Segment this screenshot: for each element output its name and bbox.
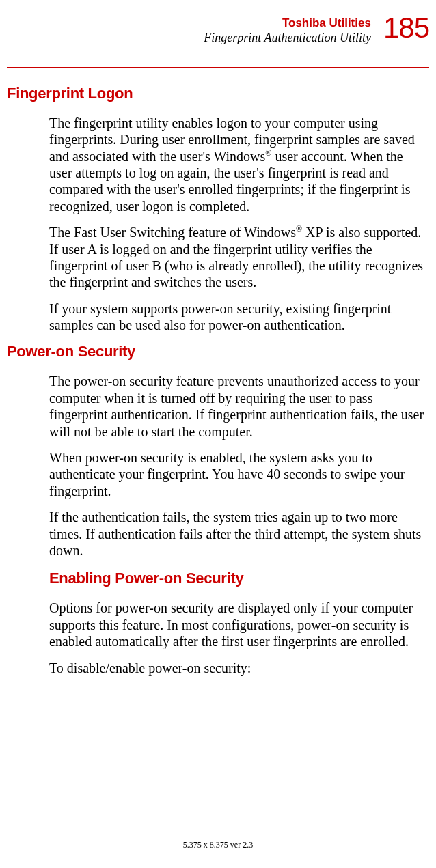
paragraph: To disable/enable power-on security:	[49, 660, 429, 676]
paragraph: If your system supports power-on securit…	[49, 300, 429, 334]
text-run: The Fast User Switching feature of Windo…	[49, 225, 296, 240]
heading-enabling-power-on-security: Enabling Power-on Security	[49, 570, 429, 587]
heading-fingerprint-logon: Fingerprint Logon	[7, 85, 429, 102]
body-fingerprint-logon: The fingerprint utility enables logon to…	[7, 115, 429, 334]
body-power-on-security: The power-on security feature prevents u…	[7, 373, 429, 675]
page-number: 185	[383, 14, 429, 42]
registered-mark: ®	[296, 224, 302, 234]
page-container: Toshiba Utilities Fingerprint Authentica…	[0, 0, 436, 676]
header-divider	[7, 67, 429, 68]
paragraph: The power-on security feature prevents u…	[49, 373, 429, 440]
paragraph: The Fast User Switching feature of Windo…	[49, 224, 429, 291]
document-subtitle: Fingerprint Authentication Utility	[204, 30, 371, 46]
paragraph: When power-on security is enabled, the s…	[49, 449, 429, 499]
document-title: Toshiba Utilities	[204, 16, 371, 30]
paragraph: If the authentication fails, the system …	[49, 509, 429, 559]
page-footer: 5.375 x 8.375 ver 2.3	[0, 840, 436, 850]
page-header: Toshiba Utilities Fingerprint Authentica…	[7, 14, 429, 46]
heading-power-on-security: Power-on Security	[7, 343, 429, 361]
header-text-block: Toshiba Utilities Fingerprint Authentica…	[204, 14, 371, 46]
paragraph: The fingerprint utility enables logon to…	[49, 115, 429, 214]
paragraph: Options for power-on security are displa…	[49, 600, 429, 649]
